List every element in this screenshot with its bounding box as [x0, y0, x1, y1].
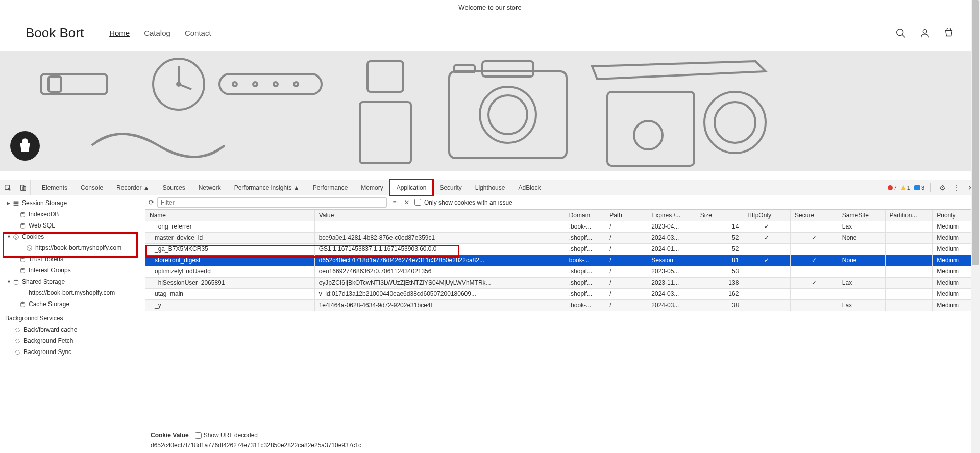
url-decoded-checkbox[interactable]: Show URL decoded: [195, 432, 258, 439]
col-size[interactable]: Size: [696, 210, 743, 221]
svg-line-8: [179, 84, 191, 89]
tree-shared-storage[interactable]: ▼Shared Storage: [0, 276, 145, 287]
svg-point-13: [294, 82, 298, 86]
svg-point-38: [27, 245, 32, 250]
bg-background-sync[interactable]: Background Sync: [0, 346, 145, 358]
cookie-value-label: Cookie Value: [151, 432, 189, 439]
nav-home[interactable]: Home: [109, 29, 130, 37]
svg-rect-17: [482, 61, 533, 77]
cookie-row[interactable]: _y1e4f464a-0628-4634-9d72-9202e31bce4f.b…: [145, 299, 980, 311]
col-name[interactable]: Name: [145, 210, 314, 221]
nav-catalog[interactable]: Catalog: [144, 29, 170, 37]
error-count[interactable]: 7: [888, 185, 897, 191]
svg-rect-9: [219, 74, 322, 94]
cookie-detail-panel: Cookie Value Show URL decoded d652c40ecf…: [145, 427, 980, 453]
bg-background-fetch[interactable]: Background Fetch: [0, 335, 145, 346]
more-icon[interactable]: ⋮: [951, 184, 962, 192]
shopify-badge[interactable]: [10, 131, 40, 161]
svg-rect-15: [360, 102, 411, 163]
refresh-icon[interactable]: ⟳: [149, 198, 154, 206]
tab-adblock[interactable]: AdBlock: [511, 180, 547, 195]
tab-memory[interactable]: Memory: [354, 180, 389, 195]
tab-lighthouse[interactable]: Lighthouse: [469, 180, 512, 195]
bg-back-forward-cache[interactable]: Back/forward cache: [0, 324, 145, 335]
device-icon[interactable]: [15, 180, 31, 195]
svg-line-1: [902, 34, 905, 37]
tree-trust-tokens[interactable]: Trust Tokens: [0, 254, 145, 265]
svg-point-12: [274, 82, 278, 86]
tree-https-book-bort-myshopify-com[interactable]: https://book-bort.myshopify.com: [0, 287, 145, 298]
cookie-row[interactable]: optimizelyEndUserIdoeu1669274686362r0.70…: [145, 266, 980, 277]
svg-point-37: [15, 238, 16, 239]
tab-elements[interactable]: Elements: [35, 180, 74, 195]
col-secure[interactable]: Secure: [791, 210, 838, 221]
only-issues-checkbox[interactable]: Only show cookies with an issue: [414, 199, 512, 206]
cart-icon[interactable]: [943, 28, 954, 39]
nav-contact[interactable]: Contact: [185, 29, 211, 37]
cookie-row[interactable]: storefront_digestd652c40ecf7f718d1a776df…: [145, 255, 980, 266]
tab-performance-insights-[interactable]: Performance insights ▲: [228, 180, 306, 195]
svg-point-39: [28, 247, 29, 248]
col-expires-[interactable]: Expires /...: [647, 210, 696, 221]
warning-count[interactable]: 1: [901, 185, 910, 191]
filter-settings-icon[interactable]: ≡: [390, 199, 399, 206]
tree-indexeddb[interactable]: IndexedDB: [0, 209, 145, 220]
svg-point-33: [20, 223, 24, 224]
svg-rect-16: [449, 71, 567, 158]
svg-point-42: [20, 257, 24, 258]
svg-point-35: [15, 236, 16, 237]
svg-point-43: [20, 268, 24, 269]
cookie-row[interactable]: _hjSessionUser_2065891eyJpZCI6IjBkOTcwNT…: [145, 277, 980, 288]
tab-security[interactable]: Security: [433, 180, 468, 195]
col-httponly[interactable]: HttpOnly: [743, 210, 791, 221]
svg-point-23: [634, 121, 663, 149]
tree-web-sql[interactable]: Web SQL: [0, 220, 145, 231]
svg-marker-21: [592, 61, 766, 79]
svg-point-10: [233, 82, 237, 86]
tree-cookies[interactable]: ▼Cookies: [0, 231, 145, 242]
tab-application[interactable]: Application: [390, 180, 433, 195]
filter-input[interactable]: [157, 197, 387, 208]
svg-point-0: [897, 29, 903, 35]
clear-icon[interactable]: ✕: [402, 199, 411, 206]
page-scrollbar[interactable]: [971, 0, 980, 453]
cookie-row[interactable]: master_device_idbce9a0e1-4281-4b82-876e-…: [145, 232, 980, 243]
svg-point-32: [20, 212, 24, 213]
svg-point-19: [488, 95, 527, 134]
account-icon[interactable]: [919, 28, 930, 39]
tree-https-book-bort-myshopify-com[interactable]: https://book-bort.myshopify.com: [0, 242, 145, 254]
cookie-table[interactable]: NameValueDomainPathExpires /...SizeHttpO…: [145, 210, 980, 427]
svg-rect-4: [48, 77, 61, 92]
tab-performance[interactable]: Performance: [306, 180, 355, 195]
tree-interest-groups[interactable]: Interest Groups: [0, 265, 145, 276]
svg-point-25: [715, 102, 755, 143]
cookie-row[interactable]: _ga_B7X5MKCR35GS1.1.1671453837.1.1.16714…: [145, 243, 980, 255]
svg-rect-14: [368, 61, 403, 92]
svg-point-2: [923, 29, 926, 33]
svg-point-44: [14, 279, 18, 281]
settings-icon[interactable]: ⚙: [937, 184, 947, 192]
tab-sources[interactable]: Sources: [156, 180, 192, 195]
svg-rect-27: [20, 185, 23, 190]
svg-point-34: [13, 234, 18, 239]
col-domain[interactable]: Domain: [565, 210, 605, 221]
svg-point-36: [16, 237, 17, 238]
svg-point-40: [30, 248, 31, 249]
tab-network[interactable]: Network: [192, 180, 228, 195]
tab-recorder-[interactable]: Recorder ▲: [110, 180, 156, 195]
inspect-icon[interactable]: [0, 180, 15, 195]
cookie-value-text[interactable]: d652c40ecf7f718d1a776df426274e7311c32850…: [151, 442, 975, 449]
tree-cache-storage[interactable]: Cache Storage: [0, 298, 145, 310]
tree-session-storage[interactable]: ▶Session Storage: [0, 197, 145, 209]
col-samesite[interactable]: SameSite: [838, 210, 885, 221]
search-icon[interactable]: [895, 28, 906, 39]
message-count[interactable]: 3: [914, 185, 924, 191]
tab-console[interactable]: Console: [74, 180, 110, 195]
col-path[interactable]: Path: [605, 210, 647, 221]
col-value[interactable]: Value: [314, 210, 565, 221]
cookie-row[interactable]: utag_mainv_id:017d13a12b21000440eae6d38c…: [145, 288, 980, 299]
col-partition-[interactable]: Partition...: [885, 210, 933, 221]
bg-services-header: Background Services: [0, 310, 145, 324]
svg-point-11: [253, 82, 257, 86]
cookie-row[interactable]: _orig_referrer.book-.../2023-04...14✓Lax…: [145, 221, 980, 232]
